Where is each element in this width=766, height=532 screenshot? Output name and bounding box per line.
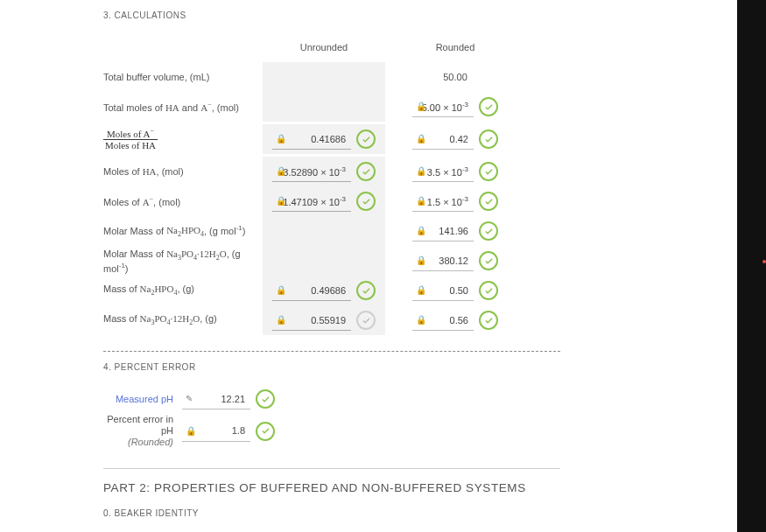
check-icon[interactable] [356,130,376,149]
col-header-unrounded: Unrounded [263,42,385,52]
label-mm-na3: Molar Mass of Na3PO4·12H2O, (g mol-1) [103,248,263,274]
rounded-mm-na2[interactable]: 🔒 141.96 [412,220,474,242]
check-icon[interactable] [356,281,376,300]
lock-icon: 🔒 [276,285,286,295]
lock-icon: 🔒 [416,102,426,111]
unrounded-empty [263,62,385,92]
divider-dashed [103,351,560,352]
lock-icon: 🔒 [416,285,426,295]
check-icon[interactable] [479,97,498,116]
check-icon[interactable] [479,281,498,300]
rounded-mass-na2[interactable]: 🔒 0.50 [412,280,474,301]
check-icon[interactable] [356,162,376,181]
check-icon[interactable] [479,311,498,330]
lock-icon: 🔒 [416,196,426,206]
label-moles-ha: Moles of HA, (mol) [103,166,263,177]
rounded-total-moles[interactable]: 🔒 5.00 × 10-3 [412,96,474,117]
unrounded-mass-na3[interactable]: 🔒 0.55919 [272,310,351,331]
unrounded-empty [263,246,385,276]
check-icon[interactable] [256,422,275,441]
percent-error-input[interactable]: 🔒 1.8 [182,421,250,442]
label-total-moles: Total moles of HA and A−, (mol) [103,101,263,113]
lock-icon: 🔒 [276,166,286,176]
rounded-ratio[interactable]: 🔒 0.42 [412,129,474,150]
lock-icon: 🔒 [416,315,426,325]
label-moles-am: Moles of A−, (mol) [103,195,263,207]
lock-icon: 🔒 [416,166,426,176]
page-content: 3. CALCULATIONS Unrounded Rounded Total … [103,0,560,532]
unrounded-moles-ha[interactable]: 🔒 3.52890 × 10-3 [272,161,351,182]
unrounded-ratio[interactable]: 🔒 0.41686 [272,129,351,150]
check-icon[interactable] [479,251,498,270]
label-mass-na2: Mass of Na2HPO4, (g) [103,284,263,297]
measured-ph-input[interactable]: ✎ 12.21 [182,388,250,410]
rounded-mass-na3[interactable]: 🔒 0.56 [412,310,474,331]
check-icon[interactable] [479,192,498,211]
pencil-icon: ✎ [186,394,193,403]
lock-icon: 🔒 [416,134,426,144]
section-title-percent-error: 4. PERCENT ERROR [103,362,560,372]
label-percent-error-sub: (Rounded) [128,437,173,447]
lock-icon: 🔒 [276,196,286,206]
part2-title: PART 2: PROPERTIES OF BUFFERED AND NON-B… [103,481,560,494]
lock-icon: 🔒 [276,134,286,144]
lock-icon: 🔒 [416,256,426,265]
label-total-volume: Total buffer volume, (mL) [103,72,263,82]
unrounded-empty [263,216,385,246]
label-ratio: Moles of A− Moles of HA [103,128,263,150]
label-mass-na3: Mass of Na3PO4·12H2O, (g) [103,313,263,326]
unrounded-moles-am[interactable]: 🔒 1.47109 × 10-3 [272,191,351,212]
section-title-calculations: 3. CALCULATIONS [103,10,560,20]
rounded-moles-ha[interactable]: 🔒 3.5 × 10-3 [412,161,474,182]
notification-dot [762,260,766,263]
check-icon[interactable] [356,311,376,330]
lock-icon: 🔒 [416,226,426,235]
check-icon[interactable] [256,389,275,409]
check-icon[interactable] [356,192,376,211]
check-icon[interactable] [479,162,498,181]
check-icon[interactable] [479,221,498,241]
check-icon[interactable] [479,130,498,149]
label-percent-error: Percent error in pH [107,414,173,436]
divider-solid [103,468,560,469]
rounded-moles-am[interactable]: 🔒 1.5 × 10-3 [412,191,474,212]
rounded-total-volume: 50.00 [394,72,517,82]
section-title-beaker-identity: 0. BEAKER IDENTITY [103,508,560,518]
lock-icon: 🔒 [276,315,286,325]
unrounded-empty [263,92,385,122]
unrounded-mass-na2[interactable]: 🔒 0.49686 [272,280,351,301]
label-mm-na2: Molar Mass of Na2HPO4, (g mol-1) [103,224,263,239]
right-sidebar [737,0,766,532]
label-measured-ph[interactable]: Measured pH [116,394,173,404]
lock-icon: 🔒 [186,426,196,436]
col-header-rounded: Rounded [394,42,517,52]
rounded-mm-na3[interactable]: 🔒 380.12 [412,250,474,271]
